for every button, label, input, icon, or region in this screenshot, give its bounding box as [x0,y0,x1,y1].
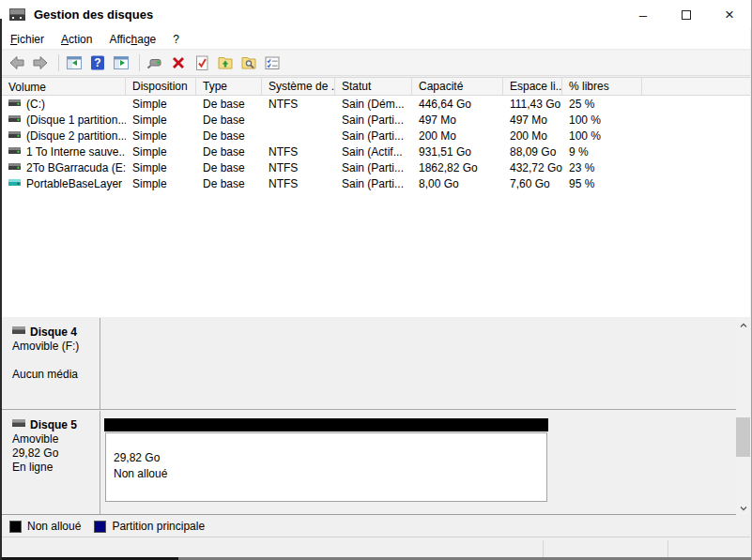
app-disk-icon [9,8,26,22]
disk-name: Disque 5 [30,418,77,432]
scrollbar-down-icon[interactable] [736,501,750,515]
disk-drive-icon [12,418,26,432]
titlebar: Gestion des disques – × [0,0,751,29]
help-icon[interactable]: ? [87,53,108,72]
cell-statut: Sain (Dém... [335,98,412,111]
disk-4-graph-empty[interactable] [102,318,551,409]
menu-help[interactable]: ? [164,31,188,48]
disk-status: En ligne [12,461,100,475]
folder-up-icon[interactable] [215,53,236,72]
legend-label-unallocated: Non alloué [27,520,81,533]
vertical-scrollbar[interactable] [736,318,750,515]
cell-type: De base [196,129,262,143]
cell-filesystem: NTFS [262,98,335,111]
volume-name: (Disque 1 partition... [26,114,126,127]
cell-capacite: 8,00 Go [412,177,503,190]
table-row[interactable]: PortableBaseLayer Simple De base NTFS Sa… [2,175,750,191]
cell-espace: 111,43 Go [503,98,562,111]
disk-row-disque-4: Disque 4 Amovible (F:) Aucun média [2,318,736,410]
cell-capacite: 931,51 Go [412,145,503,159]
back-icon[interactable] [7,53,27,72]
volume-name: (C:) [26,98,45,111]
column-header-capacite[interactable]: Capacité [412,78,503,95]
cell-disposition: Simple [126,177,196,190]
column-header-statut[interactable]: Statut [335,78,412,95]
disk-graphical-panel: Disque 4 Amovible (F:) Aucun média Disqu… [2,318,750,515]
cell-statut: Sain (Parti... [335,177,412,190]
cell-filesystem: NTFS [262,177,335,190]
desktop-edge-left [0,19,2,560]
cell-type: De base [196,114,262,127]
disk-card-disque-5[interactable]: Disque 5 Amovible 29,82 Go En ligne [5,411,100,514]
show-console-tree-icon[interactable] [64,53,84,72]
disk-status: Aucun média [12,368,100,382]
cell-disposition: Simple [126,114,196,127]
column-header-espace[interactable]: Espace li... [503,78,562,95]
scrollbar-up-icon[interactable] [736,318,750,332]
menubar: Fichier Action Affichage ? [2,29,750,50]
disk-type: Amovible [12,432,100,446]
disk-drive-icon [12,325,26,340]
legend-swatch-unallocated [9,521,22,533]
column-header-volume[interactable]: Volume [2,78,126,95]
rescan-disks-icon[interactable] [145,53,165,72]
scrollbar-thumb[interactable] [736,417,750,457]
table-row[interactable]: 2To BGarracuda (E:) Simple De base NTFS … [2,159,750,175]
menu-affichage[interactable]: Affichage [100,31,164,48]
cell-libres: 23 % [562,161,642,174]
table-row[interactable]: (C:) Simple De base NTFS Sain (Dém... 44… [2,96,750,112]
cell-type: De base [196,161,262,174]
disk-card-disque-4[interactable]: Disque 4 Amovible (F:) Aucun média [5,318,100,409]
unallocated-region[interactable]: 29,82 Go Non alloué [105,432,547,502]
toolbar: ? [2,51,750,76]
drive-icon [8,114,22,127]
drive-icon [8,129,22,143]
cell-type: De base [196,177,262,190]
column-header-disposition[interactable]: Disposition [126,78,196,95]
column-header-filler [642,78,750,95]
cell-disposition: Simple [126,161,196,174]
table-row[interactable]: (Disque 2 partition... Simple De base Sa… [2,128,750,144]
disk-size: 29,82 Go [12,446,100,461]
cell-statut: Sain (Parti... [335,129,412,143]
disk-name: Disque 4 [30,325,77,340]
column-header-libres[interactable]: % libres [562,78,642,95]
close-button[interactable]: × [708,0,751,29]
cell-disposition: Simple [126,98,196,111]
disk-management-window: Gestion des disques – × Fichier Action A… [0,0,752,560]
maximize-button[interactable] [665,0,708,29]
cell-disposition: Simple [126,129,196,143]
cell-libres: 100 % [562,114,642,127]
table-row[interactable]: (Disque 1 partition... Simple De base Sa… [2,112,750,128]
forward-icon[interactable] [30,53,51,72]
cell-capacite: 497 Mo [412,114,503,127]
cell-filesystem: NTFS [262,161,335,174]
folder-explore-icon[interactable] [238,53,259,72]
check-document-icon[interactable] [192,53,212,72]
volume-name: 1 To Interne sauve... [26,145,126,159]
cell-type: De base [196,98,262,111]
disk-type: Amovible (F:) [12,340,100,354]
disk-size [12,354,100,368]
toolbar-separator [58,54,59,71]
cell-espace: 7,60 Go [503,177,562,190]
maximize-icon [682,10,691,20]
minimize-button[interactable]: – [622,0,665,29]
table-row[interactable]: 1 To Interne sauve... Simple De base NTF… [2,144,750,159]
drive-icon-teal [8,177,22,190]
properties-icon[interactable] [262,53,283,72]
menu-fichier[interactable]: Fichier [2,31,53,48]
cell-capacite: 446,64 Go [412,98,503,111]
column-header-filesystem[interactable]: Système de ... [262,78,335,95]
cell-espace: 497 Mo [503,114,562,127]
unallocated-size: 29,82 Go [114,450,546,466]
menu-action[interactable]: Action [53,31,100,48]
cell-capacite: 200 Mo [412,129,503,143]
disk-row-disque-5: Disque 5 Amovible 29,82 Go En ligne 29,8… [2,411,736,514]
cell-espace: 200 Mo [503,129,562,143]
volume-name: (Disque 2 partition... [26,129,126,143]
cell-espace: 432,72 Go [503,161,562,174]
column-header-type[interactable]: Type [196,78,262,95]
show-action-pane-icon[interactable] [111,53,131,72]
delete-icon[interactable] [168,53,189,72]
